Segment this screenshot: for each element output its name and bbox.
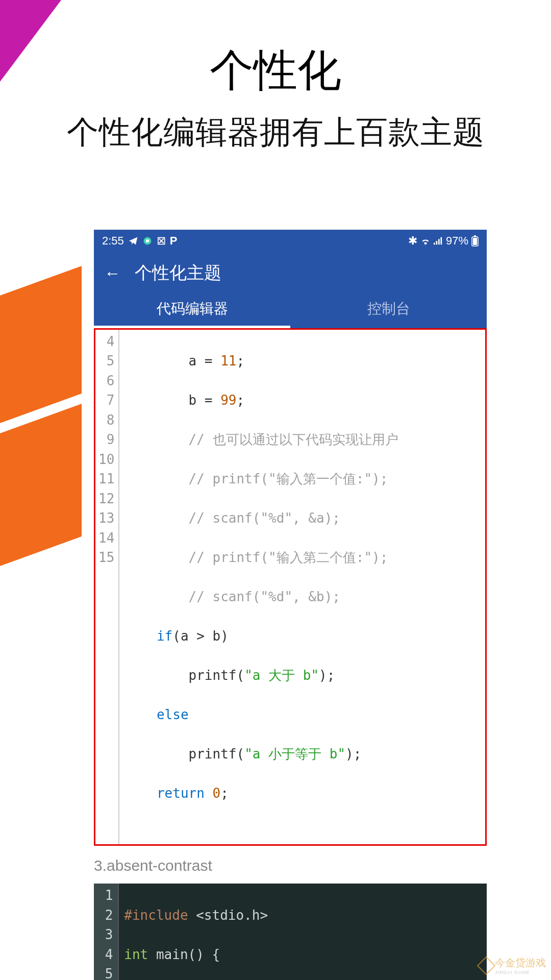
page-subtitle: 个性化编辑器拥有上百款主题 [0, 111, 551, 154]
code-body[interactable]: #include <stdio.h> int main() { int a, b… [119, 884, 399, 980]
p-icon: P [170, 234, 178, 248]
battery-percent: 97% [446, 234, 468, 248]
decoration-stripe-1 [0, 266, 82, 423]
status-time: 2:55 [102, 234, 124, 248]
svg-rect-2 [434, 243, 435, 245]
status-bar: 2:55 ⊠ P ✱ 97% [94, 230, 487, 252]
heading-block: 个性化 个性化编辑器拥有上百款主题 [0, 0, 551, 154]
watermark-text: 今金贷游戏 [495, 956, 546, 970]
back-icon[interactable]: ← [104, 264, 120, 283]
tab-bar: 代码编辑器 控制台 [94, 290, 487, 328]
svg-rect-5 [440, 237, 442, 244]
telegram-icon [128, 236, 138, 246]
svg-rect-4 [438, 239, 440, 244]
svg-rect-8 [473, 238, 477, 245]
watermark-logo-icon [477, 956, 496, 975]
wifi-icon [420, 237, 431, 245]
page-title: 个性化 [0, 41, 551, 101]
line-gutter: 4 5 6 7 8 9 10 11 12 13 14 15 [95, 330, 119, 844]
code-preview-light: 4 5 6 7 8 9 10 11 12 13 14 15 a = 11; b … [94, 328, 487, 846]
appbar-title: 个性化主题 [135, 261, 221, 285]
tab-code-editor[interactable]: 代码编辑器 [94, 290, 290, 328]
watermark-subtext: JINDAI GAME [495, 970, 546, 975]
decoration-triangle [0, 0, 61, 82]
svg-point-1 [145, 239, 149, 243]
svg-rect-7 [474, 235, 476, 237]
phone-screenshot: 2:55 ⊠ P ✱ 97% ← 个性化主题 代码编辑器 控制台 4 5 6 7… [94, 230, 487, 980]
tab-console[interactable]: 控制台 [290, 290, 487, 328]
bluetooth-icon: ✱ [408, 234, 417, 248]
watermark: 今金贷游戏 JINDAI GAME [480, 956, 546, 975]
theme-name-3: 3.absent-contrast [94, 846, 487, 884]
code-preview-dark: 1 2 3 4 5 6 7 8 9 10 11 12 13 14 15 #inc… [94, 884, 487, 980]
signal-icon [434, 237, 443, 245]
decoration-stripe-2 [0, 404, 82, 566]
battery-icon [471, 235, 479, 247]
notification-icon: ⊠ [157, 234, 166, 248]
app-bar: ← 个性化主题 [94, 252, 487, 290]
code-body[interactable]: a = 11; b = 99; // 也可以通过以下代码实现让用户 // pri… [119, 330, 400, 844]
line-gutter: 1 2 3 4 5 6 7 8 9 10 11 12 13 14 15 [94, 884, 119, 980]
app-icon [142, 236, 153, 246]
svg-rect-3 [436, 241, 437, 244]
